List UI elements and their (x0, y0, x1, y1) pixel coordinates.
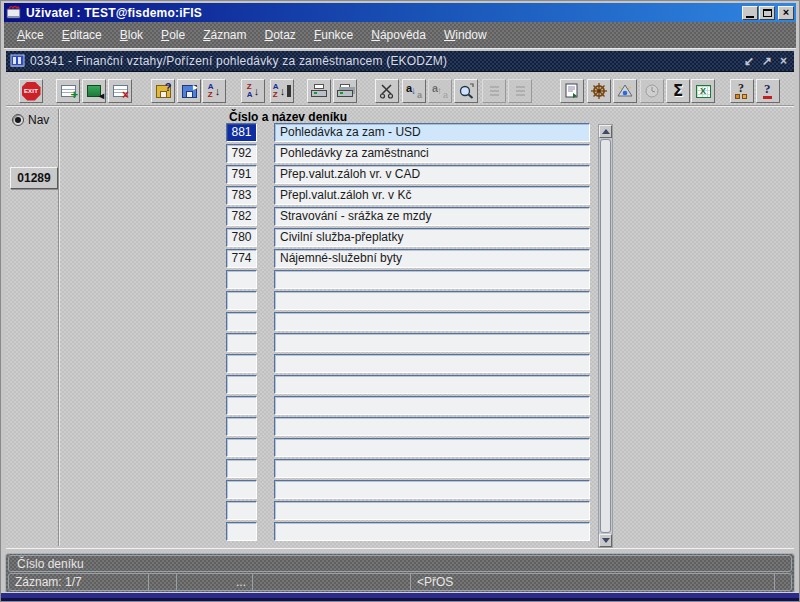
journal-name-field[interactable]: Přep.valut.záloh vr. v CAD (274, 165, 590, 184)
journal-name-field[interactable] (274, 480, 590, 499)
journal-number-field[interactable]: 881 (226, 123, 257, 142)
title-bar[interactable]: Uživatel : TEST@fisdemo:iFIS × (4, 3, 796, 22)
journal-name-field[interactable] (274, 417, 590, 436)
journal-number-field[interactable]: 792 (226, 144, 257, 163)
journal-name-field[interactable] (274, 270, 590, 289)
sort-options-button[interactable]: AZ ↓ (270, 79, 294, 103)
form-title-bar[interactable]: 03341 - Finanční vztahy/Pořízení pohledá… (6, 51, 794, 72)
journal-name-field[interactable] (274, 333, 590, 352)
node-button[interactable]: 01289 (10, 167, 58, 189)
mdi-frame-highlight (4, 48, 796, 49)
master-detail-icon (514, 85, 526, 97)
journal-number-field[interactable] (226, 396, 257, 415)
context-help-button[interactable]: ? (730, 79, 754, 103)
lov-button[interactable] (613, 79, 637, 103)
journal-name-field[interactable] (274, 522, 590, 541)
journal-number-field[interactable]: 774 (226, 249, 257, 268)
enter-query-icon: ? (156, 85, 171, 98)
journal-name-field[interactable] (274, 375, 590, 394)
journal-name-field[interactable]: Pohledávky za zaměstnanci (274, 144, 590, 163)
form-restore-button[interactable]: ↙ (744, 54, 754, 68)
menu-item-editace[interactable]: Editace (53, 26, 111, 44)
journal-number-field[interactable] (226, 312, 257, 331)
table-row: 792Pohledávky za zaměstnanci (226, 144, 590, 163)
journal-name-field[interactable]: Pohledávka za zam - USD (274, 123, 590, 142)
play-icon: ▸ (193, 83, 198, 92)
journal-name-field[interactable] (274, 438, 590, 457)
vertical-scrollbar[interactable] (598, 124, 613, 548)
document-button[interactable] (560, 79, 584, 103)
table-row (226, 354, 590, 373)
form-close-button[interactable]: × (780, 54, 787, 68)
minimize-button[interactable] (742, 6, 758, 20)
master-detail-button[interactable] (508, 79, 532, 103)
journal-name-field[interactable] (274, 501, 590, 520)
status-indicator: <PřOS (411, 574, 775, 590)
help-button[interactable]: ? (756, 79, 780, 103)
journal-name-field[interactable] (274, 312, 590, 331)
journal-number-field[interactable]: 780 (226, 228, 257, 247)
table-row (226, 396, 590, 415)
close-button[interactable]: × (778, 6, 794, 20)
print-button[interactable] (307, 79, 331, 103)
journal-name-field[interactable] (274, 354, 590, 373)
history-button[interactable] (640, 79, 664, 103)
journal-name-field[interactable]: Stravování - srážka ze mzdy (274, 207, 590, 226)
menu-item-window[interactable]: Window (435, 26, 496, 44)
journal-number-field[interactable] (226, 480, 257, 499)
menu-item-akce[interactable]: Akce (8, 26, 53, 44)
copy-record-button[interactable]: ◂ (82, 79, 106, 103)
journal-number-field[interactable]: 782 (226, 207, 257, 226)
journal-name-field[interactable]: Nájemné-služební byty (274, 249, 590, 268)
journal-number-field[interactable] (226, 501, 257, 520)
exit-button[interactable]: EXIT (19, 79, 43, 103)
status-console: Číslo deníku Záznam: 1/7 ... <PřOS (5, 553, 795, 594)
journal-number-field[interactable] (226, 354, 257, 373)
journal-number-field[interactable] (226, 291, 257, 310)
journal-name-field[interactable] (274, 396, 590, 415)
menu-item-pole[interactable]: Pole (152, 26, 194, 44)
table-row (226, 333, 590, 352)
form-maximize-button[interactable]: ↗ (762, 54, 772, 68)
menu-item-blok[interactable]: Blok (111, 26, 152, 44)
scroll-up-button[interactable] (599, 125, 612, 138)
menu-item-záznam[interactable]: Záznam (194, 26, 255, 44)
journal-number-field[interactable] (226, 459, 257, 478)
journal-number-field[interactable] (226, 333, 257, 352)
menu-item-dotaz[interactable]: Dotaz (256, 26, 305, 44)
delete-record-button[interactable]: × (108, 79, 132, 103)
sort-asc-button[interactable]: AZ ↓ (202, 79, 226, 103)
nav-radio[interactable]: Nav (12, 113, 49, 127)
sidebar-divider (58, 109, 60, 546)
journal-name-field[interactable]: Přepl.valut.záloh vr. v Kč (274, 186, 590, 205)
copy-item-button[interactable]: a ↓ a (402, 79, 426, 103)
journal-name-field[interactable] (274, 291, 590, 310)
excel-export-button[interactable]: X (691, 79, 715, 103)
journal-number-field[interactable] (226, 438, 257, 457)
menu-item-funkce[interactable]: Funkce (305, 26, 362, 44)
journal-number-field[interactable] (226, 522, 257, 541)
detail-button[interactable] (482, 79, 506, 103)
journal-number-field[interactable]: 791 (226, 165, 257, 184)
sum-button[interactable]: Σ (666, 79, 690, 103)
journal-number-field[interactable] (226, 375, 257, 394)
scroll-down-button[interactable] (599, 534, 612, 547)
sort-desc-button[interactable]: ZA ↓ (241, 79, 265, 103)
cut-button[interactable] (375, 79, 399, 103)
radio-icon (12, 114, 24, 126)
enter-query-button[interactable]: ? (151, 79, 175, 103)
menu-item-nápověda[interactable]: Nápověda (362, 26, 435, 44)
print-all-button[interactable] (333, 79, 357, 103)
journal-number-field[interactable]: 783 (226, 186, 257, 205)
journal-name-field[interactable] (274, 459, 590, 478)
scrollbar-thumb[interactable] (600, 139, 611, 533)
insert-record-button[interactable]: + (56, 79, 80, 103)
execute-query-button[interactable]: ▸ (177, 79, 201, 103)
journal-number-field[interactable] (226, 417, 257, 436)
zoom-button[interactable] (454, 79, 478, 103)
maximize-button[interactable] (759, 6, 775, 20)
paste-item-button[interactable]: a ↑ a (428, 79, 452, 103)
journal-number-field[interactable] (226, 270, 257, 289)
journal-name-field[interactable]: Civilní služba-přeplatky (274, 228, 590, 247)
navigator-button[interactable] (587, 79, 611, 103)
